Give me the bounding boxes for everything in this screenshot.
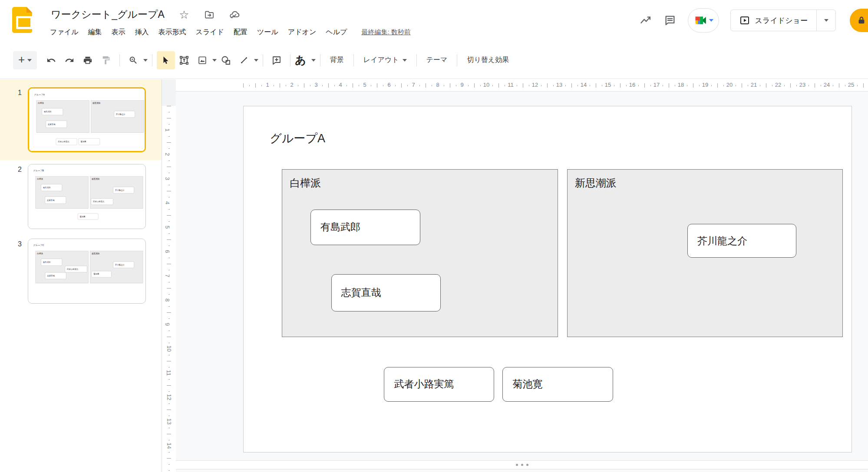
name-box[interactable]: 菊池寛 (502, 367, 613, 402)
group-box[interactable]: 白樺派 (36, 101, 89, 133)
name-box[interactable]: 武者小路実篤 (56, 138, 77, 145)
paint-format-button[interactable] (97, 51, 115, 69)
text-box-tool[interactable] (175, 51, 193, 69)
menu-edit[interactable]: 編集 (83, 26, 107, 39)
line-icon (235, 51, 253, 69)
name-box[interactable]: 芥川龍之介 (687, 224, 796, 258)
slide-surface: グループA白樺派新思潮派有島武郎志賀直哉芥川龍之介武者小路実篤菊池寛 (244, 106, 851, 452)
name-box[interactable]: 志賀直哉 (331, 274, 441, 311)
menu-insert[interactable]: 挿入 (130, 26, 154, 39)
group-label: 白樺派 (282, 170, 558, 197)
zoom-icon (124, 51, 142, 69)
cloud-saved-icon[interactable] (229, 9, 240, 20)
name-box[interactable]: 菊池寛 (78, 213, 98, 220)
undo-button[interactable] (42, 51, 60, 69)
name-box[interactable]: 有島武郎 (310, 210, 420, 245)
shape-tool[interactable] (217, 51, 235, 69)
slideshow-dropdown[interactable] (816, 10, 835, 31)
ruler-number: 11 (508, 82, 514, 88)
menu-arrange[interactable]: 配置 (229, 26, 252, 39)
name-box[interactable]: 菊池寛 (79, 138, 100, 145)
slide-canvas[interactable]: グループA白樺派新思潮派有島武郎志賀直哉芥川龍之介武者小路実篤菊池寛 (176, 92, 868, 460)
present-icon (739, 15, 750, 26)
name-box[interactable]: 志賀直哉 (45, 272, 66, 279)
ruler-number: 11 (165, 370, 172, 376)
slideshow-button[interactable]: スライドショー (730, 10, 836, 31)
name-box[interactable]: 芥川龍之介 (114, 111, 135, 118)
slide-title-text[interactable]: グループA (34, 93, 45, 96)
share-button[interactable] (850, 9, 868, 32)
drag-handle-icon (516, 464, 518, 466)
document-title[interactable]: ワークシート_グループA (51, 8, 165, 21)
slide-number: 2 (11, 166, 22, 174)
ruler-number: 2 (164, 153, 171, 156)
comments-icon[interactable] (663, 14, 677, 27)
name-box[interactable]: 志賀直哉 (46, 121, 67, 128)
move-to-folder-icon[interactable] (204, 9, 215, 20)
group-box[interactable]: 白樺派 (36, 177, 89, 209)
slide-title-text[interactable]: グループC (33, 244, 44, 247)
transition-button[interactable]: 切り替え効果 (462, 52, 514, 68)
ruler-number: 16 (629, 82, 635, 88)
name-box[interactable]: 有島武郎 (41, 184, 62, 191)
layout-button[interactable]: レイアウト (358, 52, 412, 68)
slide-thumbnail-3[interactable]: グループC白樺派新思潮派有島武郎武者小路実篤志賀直哉芥川龍之介菊池寛 (28, 239, 146, 304)
name-box[interactable]: 芥川龍之介 (113, 187, 134, 193)
slide-title-text[interactable]: グループB (33, 169, 44, 172)
slide-thumbnail-2[interactable]: グループB白樺派新思潮派有島武郎志賀直哉芥川龍之介武者小路実篤菊池寛 (28, 164, 146, 229)
name-box[interactable]: 菊池寛 (92, 271, 112, 277)
titlebar: ワークシート_グループA ☆ ファイル編集表示挿入表示形式スライド配置ツールアド… (0, 0, 868, 42)
last-edit-link[interactable]: 最終編集: 数秒前 (361, 28, 410, 36)
drag-handle-icon (526, 464, 528, 466)
menu-help[interactable]: ヘルプ (321, 26, 352, 39)
menu-tools[interactable]: ツール (252, 26, 283, 39)
line-tool[interactable] (235, 51, 258, 69)
filmstrip: 1グループA白樺派新思潮派有島武郎志賀直哉芥川龍之介武者小路実篤菊池寛2グループ… (0, 79, 162, 472)
meet-button[interactable] (688, 8, 719, 33)
menu-slide[interactable]: スライド (191, 26, 229, 39)
group-box[interactable]: 白樺派 (282, 169, 558, 337)
name-box[interactable]: 武者小路実篤 (91, 199, 113, 205)
new-slide-button[interactable]: + (13, 51, 37, 69)
slide-title-text[interactable]: グループA (270, 131, 325, 146)
group-label: 白樺派 (36, 251, 88, 256)
star-icon[interactable]: ☆ (178, 9, 190, 20)
ruler-number: 15 (605, 82, 611, 88)
ruler-number: 3 (314, 82, 317, 88)
ruler-number: 5 (164, 226, 171, 229)
name-box[interactable]: 武者小路実篤 (65, 266, 87, 272)
zoom-tool[interactable] (124, 51, 148, 69)
slide-thumbnail-1[interactable]: グループA白樺派新思潮派有島武郎志賀直哉芥川龍之介武者小路実篤菊池寛 (28, 87, 146, 152)
current-slide[interactable]: グループA白樺派新思潮派有島武郎志賀直哉芥川龍之介武者小路実篤菊池寛 (243, 106, 852, 452)
menu-view[interactable]: 表示 (107, 26, 130, 39)
activity-icon[interactable] (639, 14, 652, 27)
ruler-number: 7 (164, 274, 171, 277)
theme-button[interactable]: テーマ (421, 52, 453, 68)
slide-surface: グループB白樺派新思潮派有島武郎志賀直哉芥川龍之介武者小路実篤菊池寛 (28, 164, 145, 229)
image-tool[interactable] (193, 51, 217, 69)
new-slide-dropdown-icon (27, 59, 32, 62)
name-box[interactable]: 志賀直哉 (45, 197, 66, 203)
workspace: 1グループA白樺派新思潮派有島武郎志賀直哉芥川龍之介武者小路実篤菊池寛2グループ… (0, 79, 868, 472)
name-box[interactable]: 有島武郎 (42, 108, 63, 115)
ruler-number: 10 (483, 82, 489, 88)
select-tool[interactable] (157, 51, 175, 69)
slides-logo[interactable] (12, 7, 32, 33)
toolbar: + (0, 42, 868, 79)
name-box[interactable]: 武者小路実篤 (384, 367, 494, 402)
menu-format[interactable]: 表示形式 (154, 26, 191, 39)
ruler-number: 24 (824, 82, 830, 88)
insert-comment-button[interactable] (267, 51, 286, 69)
menu-file[interactable]: ファイル (45, 26, 83, 39)
speaker-notes-divider[interactable] (176, 460, 868, 469)
redo-button[interactable] (60, 51, 79, 69)
input-tools-icon: あ (295, 55, 306, 66)
print-button[interactable] (79, 51, 97, 69)
group-label: 新思潮派 (91, 101, 144, 106)
input-tools-button[interactable]: あ (295, 55, 316, 66)
name-box[interactable]: 有島武郎 (41, 259, 62, 266)
name-box[interactable]: 芥川龍之介 (113, 262, 134, 268)
background-button[interactable]: 背景 (325, 52, 349, 68)
menu-addons[interactable]: アドオン (283, 26, 321, 39)
line-dropdown-icon (254, 59, 258, 62)
